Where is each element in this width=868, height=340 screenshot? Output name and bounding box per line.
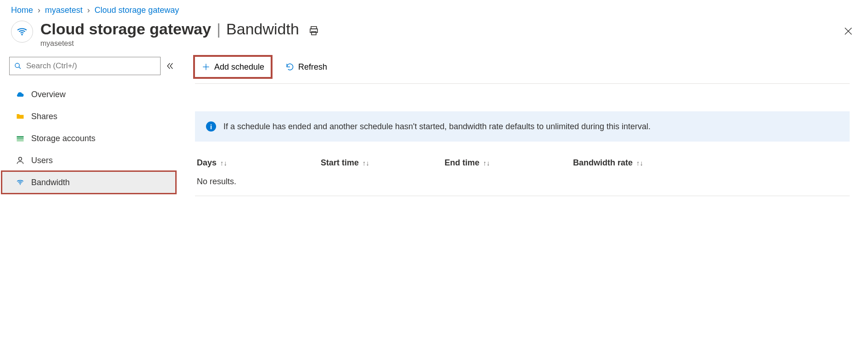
sidebar-item-label: Storage accounts bbox=[31, 134, 95, 143]
sidebar-item-storage-accounts[interactable]: Storage accounts bbox=[9, 127, 181, 149]
user-icon bbox=[16, 156, 25, 165]
sidebar-item-label: Bandwidth bbox=[31, 178, 70, 187]
chevron-right-icon: › bbox=[87, 5, 90, 15]
search-input[interactable] bbox=[25, 61, 156, 71]
column-label: End time bbox=[445, 158, 479, 168]
refresh-button[interactable]: Refresh bbox=[279, 57, 334, 77]
toolbar: Add schedule Refresh bbox=[195, 57, 850, 84]
folder-icon bbox=[16, 112, 25, 121]
sidebar-nav: Overview Shares Storage accounts Users bbox=[9, 83, 181, 193]
title-separator: | bbox=[217, 21, 221, 38]
collapse-sidebar-button[interactable] bbox=[166, 62, 174, 70]
breadcrumb-resource[interactable]: myasetest bbox=[45, 5, 83, 15]
cloud-icon bbox=[16, 90, 25, 99]
svg-rect-10 bbox=[17, 140, 24, 142]
svg-point-0 bbox=[21, 34, 22, 35]
close-button[interactable] bbox=[840, 22, 857, 40]
resource-wifi-icon bbox=[11, 21, 33, 43]
svg-point-12 bbox=[20, 184, 21, 185]
title-section: Bandwidth bbox=[226, 21, 299, 38]
sort-icon: ↑↓ bbox=[636, 159, 643, 167]
add-schedule-button[interactable]: Add schedule bbox=[195, 57, 271, 77]
breadcrumb: Home › myasetest › Cloud storage gateway bbox=[0, 0, 868, 19]
refresh-label: Refresh bbox=[298, 62, 327, 72]
svg-line-7 bbox=[19, 67, 21, 69]
table-header: Days ↑↓ Start time ↑↓ End time ↑↓ Bandwi… bbox=[195, 158, 850, 168]
svg-rect-9 bbox=[17, 138, 24, 140]
sidebar-item-users[interactable]: Users bbox=[9, 149, 181, 171]
title-main: Cloud storage gateway bbox=[40, 21, 211, 38]
chevron-right-icon: › bbox=[38, 5, 40, 15]
column-start-time[interactable]: Start time ↑↓ bbox=[321, 158, 440, 168]
column-bandwidth-rate[interactable]: Bandwidth rate ↑↓ bbox=[573, 158, 848, 168]
table-body: No results. bbox=[195, 177, 850, 196]
table-empty-text: No results. bbox=[197, 177, 236, 186]
sidebar-item-label: Users bbox=[31, 156, 53, 165]
sidebar-item-shares[interactable]: Shares bbox=[9, 105, 181, 127]
column-days[interactable]: Days ↑↓ bbox=[197, 158, 316, 168]
print-button[interactable] bbox=[308, 25, 319, 36]
sidebar-item-label: Shares bbox=[31, 112, 57, 121]
breadcrumb-section[interactable]: Cloud storage gateway bbox=[95, 5, 179, 15]
sidebar-item-overview[interactable]: Overview bbox=[9, 83, 181, 105]
info-banner: i If a schedule has ended and another sc… bbox=[195, 111, 850, 142]
column-label: Bandwidth rate bbox=[573, 158, 633, 168]
svg-point-6 bbox=[15, 63, 19, 67]
sidebar-search[interactable] bbox=[9, 57, 161, 75]
sidebar-item-bandwidth[interactable]: Bandwidth bbox=[2, 171, 176, 193]
column-label: Days bbox=[197, 158, 217, 168]
refresh-icon bbox=[285, 62, 295, 71]
main-content: Add schedule Refresh i If a schedule has… bbox=[181, 57, 868, 333]
storage-icon bbox=[16, 134, 25, 143]
sidebar-item-label: Overview bbox=[31, 90, 66, 99]
sort-icon: ↑↓ bbox=[483, 159, 490, 167]
breadcrumb-home[interactable]: Home bbox=[11, 5, 33, 15]
svg-point-11 bbox=[19, 158, 22, 161]
add-schedule-label: Add schedule bbox=[214, 62, 264, 72]
column-end-time[interactable]: End time ↑↓ bbox=[445, 158, 568, 168]
info-icon: i bbox=[206, 121, 216, 132]
resource-subtitle: myasetest bbox=[40, 39, 299, 48]
plus-icon bbox=[201, 62, 211, 71]
sort-icon: ↑↓ bbox=[362, 159, 369, 167]
search-icon bbox=[14, 62, 22, 70]
info-text: If a schedule has ended and another sche… bbox=[223, 122, 651, 132]
page-header: Cloud storage gateway | Bandwidth myaset… bbox=[0, 19, 868, 48]
svg-rect-8 bbox=[17, 136, 24, 137]
sidebar: Overview Shares Storage accounts Users bbox=[0, 57, 181, 333]
page-title: Cloud storage gateway | Bandwidth bbox=[40, 21, 299, 38]
svg-rect-3 bbox=[312, 32, 316, 35]
wifi-icon bbox=[16, 178, 25, 186]
column-label: Start time bbox=[321, 158, 359, 168]
sort-icon: ↑↓ bbox=[220, 159, 227, 167]
